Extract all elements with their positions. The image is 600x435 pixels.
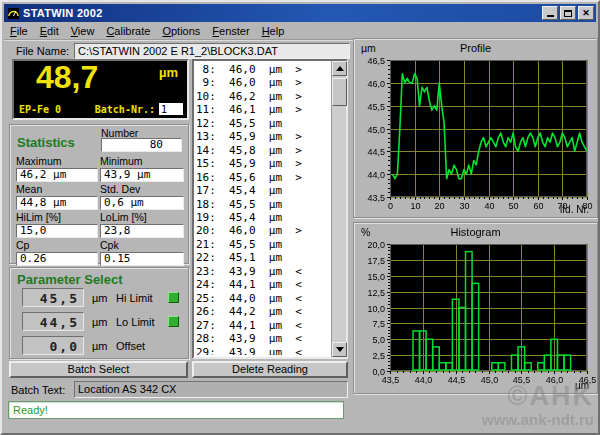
delete-reading-button[interactable]: Delete Reading [192, 361, 348, 378]
reading-row[interactable]: 17: 45,4 µm [196, 184, 329, 197]
batch-nr-label: Batch-Nr.: [95, 104, 155, 115]
arrow-up-icon [336, 66, 344, 71]
reading-row[interactable]: 13: 45,9 µm > [196, 130, 329, 143]
scroll-thumb[interactable] [332, 78, 347, 106]
menu-options[interactable]: Options [156, 23, 206, 39]
arrow-down-icon [336, 347, 344, 352]
maximize-button[interactable] [560, 6, 576, 20]
menu-view[interactable]: View [65, 23, 101, 39]
parameter-select-title: Parameter Select [17, 272, 123, 287]
reading-row[interactable]: 15: 45,9 µm > [196, 157, 329, 170]
status-bar: Ready! [8, 401, 344, 419]
stat-label: Cp [16, 239, 98, 251]
maximize-icon [564, 10, 572, 17]
close-icon: ✕ [582, 9, 590, 18]
stat-label: Minimum [100, 155, 184, 167]
reading-row[interactable]: 20: 46,0 µm > [196, 224, 329, 237]
reading-row[interactable]: 21: 45,5 µm [196, 238, 329, 251]
batch-nr-input[interactable] [159, 103, 183, 115]
readings-scrollbar[interactable] [331, 61, 346, 357]
reading-row[interactable]: 26: 44,2 µm < [196, 305, 329, 318]
file-name-label: File Name: [16, 45, 69, 57]
reading-row[interactable]: 23: 43,9 µm < [196, 265, 329, 278]
profile-chart [357, 55, 596, 213]
param-label: Hi Limit [116, 292, 153, 304]
titlebar[interactable]: STATWIN 2002 ✕ [4, 4, 596, 22]
stat-field: 43,9 µm [100, 168, 184, 182]
reading-row[interactable]: 27: 44,1 µm < [196, 319, 329, 332]
file-name-field[interactable]: C:\STATWIN 2002 E R1_2\BLOCK3.DAT [74, 43, 350, 59]
stat-cell: Maximum46,2 µm [16, 155, 98, 181]
menu-help[interactable]: Help [256, 23, 291, 39]
app-window: STATWIN 2002 ✕ FileEditViewCalibrateOpti… [0, 0, 600, 435]
stat-cell: Minimum43,9 µm [100, 155, 184, 181]
reading-row[interactable]: 12: 45,5 µm [196, 117, 329, 130]
reading-row[interactable]: 25: 44,0 µm < [196, 292, 329, 305]
reading-row[interactable]: 29: 43,9 µm < [196, 346, 329, 355]
profile-group: µm Profile lfd. Nr. [353, 38, 598, 218]
reading-row[interactable]: 24: 44,1 µm < [196, 278, 329, 291]
readings-listbox[interactable]: 8: 46,0 µm > 9: 46,0 µm >10: 46,2 µm >11… [192, 59, 348, 359]
number-field: 80 [101, 138, 182, 152]
reading-row[interactable]: 22: 45,1 µm [196, 251, 329, 264]
reading-row[interactable]: 9: 46,0 µm > [196, 76, 329, 89]
led-indicator[interactable] [168, 292, 179, 303]
stat-cell: Std. Dev0,6 µm [100, 183, 184, 209]
stats-grid: Maximum46,2 µmMinimum43,9 µmMean44,8 µmS… [16, 155, 182, 265]
histogram-xlabel: µm [575, 380, 589, 391]
reading-row[interactable]: 18: 45,5 µm [196, 198, 329, 211]
stat-label: Mean [16, 183, 98, 195]
param-label: Offset [116, 340, 145, 352]
window-title: STATWIN 2002 [23, 7, 540, 19]
param-value-field[interactable]: 45,5 [22, 288, 84, 307]
minimize-icon [547, 15, 554, 17]
param-row: 45,5µmHi Limit [10, 288, 188, 308]
reading-row[interactable]: 11: 46,1 µm > [196, 103, 329, 116]
reading-row[interactable]: 16: 45,6 µm > [196, 171, 329, 184]
measurement-value: 48,7 [36, 59, 98, 96]
stat-cell: LoLim [%]23,8 [100, 211, 184, 237]
led-indicator[interactable] [168, 316, 179, 327]
scroll-up-button[interactable] [332, 61, 347, 76]
param-value-field[interactable]: 0,0 [22, 336, 84, 355]
minimize-button[interactable] [542, 6, 558, 20]
batch-text-field[interactable]: Location AS 342 CX [74, 381, 348, 398]
stat-label: LoLim [%] [100, 211, 184, 223]
reading-row[interactable]: 14: 45,8 µm > [196, 144, 329, 157]
param-unit: µm [92, 316, 108, 328]
histogram-group: % Histogram µm [353, 222, 598, 394]
probe-label: EP-Fe 0 [19, 104, 95, 115]
param-label: Lo Limit [116, 316, 155, 328]
measurement-display: 48,7 µm EP-Fe 0 Batch-Nr.: [12, 59, 189, 120]
param-row: 44,5µmLo Limit [10, 312, 188, 332]
readings-list: 8: 46,0 µm > 9: 46,0 µm >10: 46,2 µm >11… [196, 63, 329, 355]
watermark-url: www.ank-ndt.ru [482, 412, 594, 427]
stat-field: 46,2 µm [16, 168, 98, 182]
reading-row[interactable]: 19: 45,4 µm [196, 211, 329, 224]
menu-edit[interactable]: Edit [34, 23, 65, 39]
menu-fenster[interactable]: Fenster [206, 23, 255, 39]
close-button[interactable]: ✕ [578, 6, 594, 20]
profile-xlabel: lfd. Nr. [560, 204, 589, 215]
reading-row[interactable]: 28: 43,9 µm < [196, 332, 329, 345]
stat-field: 0.15 [100, 252, 184, 266]
histogram-title: Histogram [354, 226, 597, 238]
stat-field: 23,8 [100, 224, 184, 238]
stat-field: 0,6 µm [100, 196, 184, 210]
stat-label: Maximum [16, 155, 98, 167]
param-value-field[interactable]: 44,5 [22, 312, 84, 331]
stat-label: Cpk [100, 239, 184, 251]
menu-file[interactable]: File [4, 23, 34, 39]
statistics-panel: Statistics Number 80 Maximum46,2 µmMinim… [9, 124, 189, 264]
batch-select-button[interactable]: Batch Select [9, 361, 188, 378]
app-icon [7, 7, 20, 20]
reading-row[interactable]: 8: 46,0 µm > [196, 63, 329, 76]
menu-calibrate[interactable]: Calibrate [100, 23, 156, 39]
scroll-down-button[interactable] [332, 342, 347, 357]
reading-row[interactable]: 10: 46,2 µm > [196, 90, 329, 103]
param-row: 0,0µmOffset [10, 336, 188, 356]
parameter-select-panel: Parameter Select 45,5µmHi Limit44,5µmLo … [9, 267, 189, 359]
statistics-title: Statistics [17, 135, 75, 150]
stat-cell: HiLim [%]15,0 [16, 211, 98, 237]
batch-text-label: Batch Text: [11, 384, 65, 396]
